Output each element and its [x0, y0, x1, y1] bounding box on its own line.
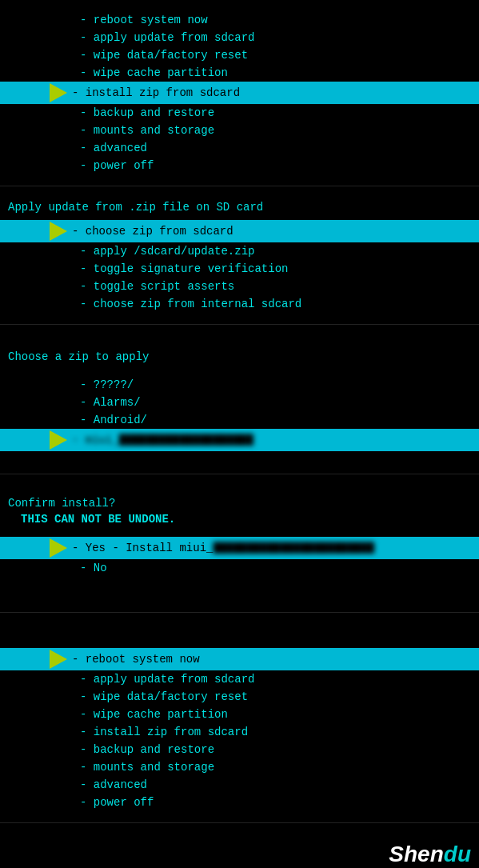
selection-arrow-icon [50, 83, 67, 102]
item-text: - wipe cache partition [80, 708, 228, 721]
section-label: Apply update from .zip file on SD card [0, 194, 479, 217]
item-text: - wipe data/factory reset [80, 49, 248, 62]
item-text: - Android/ [80, 414, 147, 426]
list-item[interactable]: - apply update from sdcard [0, 670, 479, 688]
item-text: - backup and restore [80, 743, 214, 756]
item-text: - install zip from sdcard [72, 86, 240, 99]
list-item[interactable]: - reboot system now [0, 11, 479, 29]
menu-list-4: - Yes - Install miui_███████████████████… [0, 534, 479, 580]
brand-colored: du [444, 842, 471, 866]
item-text: - install zip from sdcard [80, 726, 248, 738]
arrow-container [0, 650, 72, 669]
arrow-container [0, 538, 72, 558]
item-text: - miui_████████████████████ [72, 434, 253, 446]
arrow-container [0, 83, 72, 102]
watermark: Shendu www.she... 浙江IT网 [383, 842, 471, 868]
list-item[interactable]: - mounts and storage [0, 122, 479, 139]
list-item[interactable]: - No [0, 559, 479, 577]
section-zip-from-sdcard: Apply update from .zip file on SD card -… [0, 186, 479, 325]
section-main-menu-1: - reboot system now - apply update from … [0, 0, 479, 186]
selection-arrow-icon [50, 430, 67, 450]
item-text: - wipe data/factory reset [80, 690, 248, 703]
list-item[interactable]: - wipe cache partition [0, 706, 479, 723]
brand-logo: Shendu [383, 842, 471, 867]
item-text: - apply update from sdcard [80, 673, 254, 686]
list-item[interactable]: - choose zip from internal sdcard [0, 295, 479, 313]
selection-arrow-icon [50, 222, 67, 241]
confirm-label: Confirm install? [0, 490, 479, 513]
item-text: - backup and restore [80, 106, 214, 119]
arrow-container [0, 222, 72, 241]
item-text: - choose zip from sdcard [72, 225, 234, 238]
item-text: - No [80, 562, 107, 574]
item-text: - advanced [80, 142, 147, 154]
gap [0, 613, 479, 637]
item-text: - toggle script asserts [80, 280, 234, 293]
list-item[interactable]: - ?????/ [0, 376, 479, 394]
item-text: - reboot system now [80, 14, 208, 26]
list-item[interactable]: - power off [0, 157, 479, 174]
item-text: - reboot system now [72, 653, 200, 666]
list-item[interactable]: - install zip from sdcard [0, 723, 479, 741]
list-item[interactable]: - backup and restore [0, 104, 479, 122]
section-confirm-install: Confirm install? THIS CAN NOT BE UNDONE.… [0, 474, 479, 613]
brand-white: Shen [389, 842, 443, 866]
list-item[interactable]: - toggle script asserts [0, 278, 479, 295]
list-item-selected[interactable]: - reboot system now [0, 648, 479, 670]
list-item[interactable]: - wipe data/factory reset [0, 688, 479, 706]
list-item[interactable]: - advanced [0, 139, 479, 157]
list-item[interactable]: - wipe data/factory reset [0, 46, 479, 64]
list-item[interactable]: - apply /sdcard/update.zip [0, 242, 479, 260]
footer: Shendu www.she... 浙江IT网 [0, 823, 479, 868]
list-item-selected[interactable]: - choose zip from sdcard [0, 220, 479, 242]
arrow-container [0, 430, 72, 450]
list-item[interactable]: - Alarms/ [0, 394, 479, 411]
item-text: - wipe cache partition [80, 66, 228, 79]
list-item-selected[interactable]: - Yes - Install miui_███████████████████… [0, 537, 479, 559]
menu-list-5: - reboot system now - apply update from … [0, 645, 479, 814]
selection-arrow-icon [50, 538, 67, 558]
item-text: - advanced [80, 778, 147, 791]
menu-list-1: - reboot system now - apply update from … [0, 8, 479, 178]
list-item[interactable]: - mounts and storage [0, 758, 479, 776]
list-item-selected[interactable]: - miui_████████████████████ [0, 429, 479, 451]
blurred-filename: ████████████████████████ [213, 542, 374, 554]
item-text: - apply update from sdcard [80, 31, 254, 44]
item-text: - Alarms/ [80, 396, 141, 409]
item-text: - ?????/ [80, 378, 134, 391]
item-text: - Yes - Install miui_ [72, 542, 213, 554]
menu-list-2: - choose zip from sdcard - apply /sdcard… [0, 217, 479, 316]
list-item[interactable]: - Android/ [0, 411, 479, 429]
list-item[interactable]: - apply update from sdcard [0, 29, 479, 46]
item-text: - power off [80, 796, 154, 809]
item-text: - mounts and storage [80, 124, 214, 137]
confirm-sublabel: THIS CAN NOT BE UNDONE. [0, 513, 479, 529]
list-item[interactable]: - wipe cache partition [0, 64, 479, 82]
selection-arrow-icon [50, 650, 67, 669]
list-item[interactable]: - advanced [0, 776, 479, 794]
item-text: - apply /sdcard/update.zip [80, 245, 254, 258]
section-choose-zip: Choose a zip to apply - ?????/ - Alarms/… [0, 325, 479, 474]
item-text: - toggle signature verification [80, 262, 288, 275]
list-item[interactable]: - toggle signature verification [0, 260, 479, 278]
item-text: - choose zip from internal sdcard [80, 298, 301, 310]
section-label: Choose a zip to apply [0, 344, 479, 366]
screen: - reboot system now - apply update from … [0, 0, 479, 868]
section-main-menu-2: - reboot system now - apply update from … [0, 637, 479, 823]
item-text: - power off [80, 159, 154, 172]
list-item[interactable]: - backup and restore [0, 741, 479, 758]
list-item[interactable]: - power off [0, 794, 479, 811]
menu-list-3: - ?????/ - Alarms/ - Android/ - miui_███… [0, 373, 479, 454]
item-text: - mounts and storage [80, 761, 214, 774]
list-item-selected[interactable]: - install zip from sdcard [0, 82, 479, 104]
